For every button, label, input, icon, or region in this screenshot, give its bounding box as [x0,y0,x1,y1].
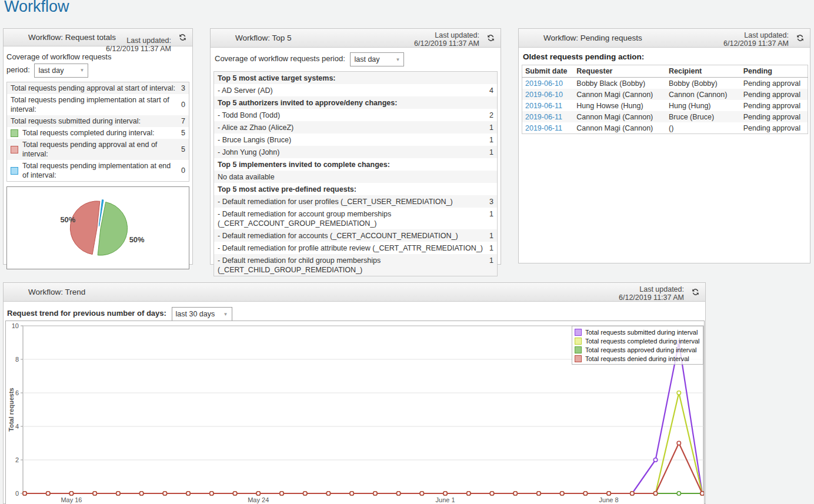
top5-label: - Default remediation for accounts (_CER… [218,231,483,241]
panel-title: Workflow: Request totals [28,29,116,46]
cell-recipient: Bobby (Bobby) [666,78,740,89]
chevron-down-icon: ▼ [396,57,401,62]
y-tick-label: 4 [15,423,19,430]
legend-label: Total requests completed during interval [585,338,699,345]
stat-label: Total requests pending approval at start… [11,84,177,93]
trend-point [396,492,400,495]
table-header-row: Submit dateRequesterRecipientPending [522,65,808,78]
trend-period-label: Request trend for previous number of day… [7,309,166,318]
last-updated-label: Last updated: [106,36,171,45]
legend: Total requests submitted during interval… [572,326,703,365]
refresh-icon[interactable] [178,33,187,42]
top5-section-header: Top 5 most active pre-defined requests: [214,183,497,195]
refresh-icon[interactable] [486,34,495,42]
legend-item: Total requests submitted during interval [575,328,700,336]
top5-label: - Alice az Zhao (AliceZ) [218,123,483,132]
column-header: Submit date [522,65,574,78]
coverage-period-select[interactable]: last day ▼ [34,64,88,78]
top5-label: - John Yung (John) [218,148,483,157]
top5-value: 2 [489,111,493,120]
refresh-icon[interactable] [796,34,805,42]
cell-requester: Cannon Magi (Cannon) [573,111,666,122]
submit-date-link[interactable]: 2019-06-11 [525,102,562,110]
legend-item: Total requests denied during interval [575,354,700,363]
submit-date-link[interactable]: 2019-06-11 [525,113,562,121]
submit-date-link[interactable]: 2019-06-11 [525,124,562,132]
chevron-down-icon: ▼ [79,64,84,77]
trend-point [46,492,50,495]
swatch-pending-approval [11,146,18,153]
x-tick-label: June 8 [599,496,619,503]
cell-pending: Pending approval [740,89,808,100]
panel-title: Workflow: Trend [28,283,85,301]
cell-requester: Cannon Magi (Cannon) [573,89,666,100]
trend-point [653,492,657,495]
pending-caption: Oldest requests pending action: [523,52,806,61]
top5-row: - Alice az Zhao (AliceZ)1 [214,121,497,133]
legend-item: Total requests completed during interval [575,336,700,345]
panel-title: Workflow: Pending requests [543,29,642,47]
top5-row: - Default remediation for profile attrib… [214,242,497,254]
y-tick-label: 8 [15,356,19,363]
top5-row: No data available [214,171,497,183]
trend-point [326,492,330,495]
trend-point [490,492,493,495]
legend-label: Total requests submitted during interval [585,329,698,336]
cell-submit-date: 2019-06-10 [522,89,574,100]
top5-label: Top 5 implementers invited to complete c… [218,160,493,169]
top5-row: - Todd Bond (Todd)2 [214,109,497,121]
stat-value: 7 [181,116,185,126]
pie-label: 50% [129,235,145,244]
trend-point [677,492,680,495]
table-row: 2019-06-11Cannon Magi (Cannon)()Pending … [522,122,808,134]
cell-requester: Cannon Magi (Cannon) [573,122,666,134]
trend-point [653,458,657,462]
panel-request-totals: Workflow: Request totals Last updated: 6… [3,28,193,265]
y-tick-label: 6 [15,389,19,396]
swatch-pending-implementation [11,167,18,175]
trend-period-select[interactable]: last 30 days ▼ [172,307,232,321]
stat-row: Total requests pending approval at start… [7,82,189,94]
coverage-period-select[interactable]: last day ▼ [350,52,404,66]
top5-label: Top 5 most active target systems: [218,74,493,83]
stat-value: 0 [181,100,185,109]
cell-submit-date: 2019-06-11 [522,122,574,134]
cell-recipient: () [666,122,740,134]
column-header: Requester [573,65,666,78]
cell-pending: Pending approval [740,78,808,89]
trend-point [23,492,26,495]
trend-point [116,492,120,495]
cell-recipient: Cannon (Cannon) [666,89,740,100]
submit-date-link[interactable]: 2019-06-10 [525,91,563,99]
trend-point [93,492,96,495]
y-tick-label: 10 [12,322,19,329]
top5-value: 1 [489,243,493,253]
pie-slice [70,201,99,255]
swatch-completed [11,129,18,137]
trend-point [583,492,587,495]
top5-label: - Default remediation for child group me… [218,256,483,275]
cell-submit-date: 2019-06-11 [522,100,574,111]
top5-row: - Default remediation for account group … [214,208,497,229]
trend-point [513,492,517,495]
panel-pending-requests: Workflow: Pending requests Last updated:… [518,28,810,263]
cell-recipient: Hung (Hung) [666,100,740,111]
top5-label: - Todd Bond (Todd) [218,111,483,120]
page-title: Workflow [4,0,69,16]
top5-value: 3 [489,197,493,206]
legend-label: Total requests denied during interval [585,355,689,362]
submit-date-link[interactable]: 2019-06-10 [525,79,563,88]
last-updated-value: 6/12/2019 11:37 AM [619,293,684,302]
stat-value: 5 [181,128,185,138]
trend-chart-container: 0246810May 16May 24June 1June 8Total req… [5,321,705,504]
last-updated-label: Last updated: [723,31,789,39]
stat-label: Total requests submitted during interval… [11,116,177,126]
top5-value: 1 [489,123,493,132]
pie-chart-box: 50%50% [6,186,189,269]
top5-value: 1 [489,209,493,228]
panel-header: Workflow: Trend [4,283,705,302]
top5-value: 1 [489,148,493,157]
trend-point [443,492,447,495]
trend-point [186,492,190,495]
refresh-icon[interactable] [691,288,700,296]
